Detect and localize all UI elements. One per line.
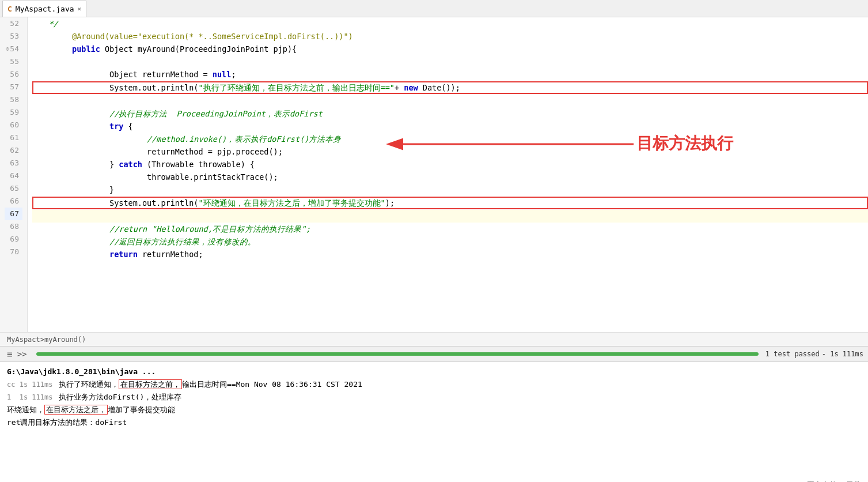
line-number-60: 60 (5, 119, 22, 131)
code-line-65: } (32, 183, 868, 196)
token-normal: throwable.printStackTrace(); (35, 171, 278, 183)
line-num-text-62: 62 (10, 144, 19, 157)
code-line-56: Object returnMethod = null; (32, 68, 868, 81)
token-string: "环绕通知，在目标方法之后，增加了事务提交功能" (198, 197, 385, 209)
code-line-53: @Around(value="execution(* *..SomeServic… (32, 30, 868, 43)
line-num-text-54: 54 (10, 43, 19, 55)
line-numbers: 5253⊙5455565758596061626364656667686970 (0, 17, 28, 332)
console-line-3: 环绕通知，在目标方法之后，增加了事务提交功能 (7, 404, 861, 416)
code-line-57: System.out.println("执行了环绕通知，在目标方法之前，输出日志… (32, 81, 868, 94)
line-num-text-63: 63 (10, 157, 19, 170)
code-text[interactable]: */ @Around(value="execution(* *..SomeSer… (28, 17, 868, 332)
breadcrumb-class: MyAspact (7, 336, 40, 344)
line-number-59: 59 (5, 106, 22, 119)
tab-myaspact[interactable]: C MyAspact.java × (2, 1, 86, 17)
token-normal (35, 43, 72, 55)
token-kw: catch (119, 158, 142, 171)
console-line-1: cc 1s 111ms执行了环绕通知，在目标方法之前，输出日志时间==Mon N… (7, 378, 861, 391)
console-label-2: 1 1s 111ms (7, 391, 59, 404)
code-content: 5253⊙5455565758596061626364656667686970 … (0, 17, 868, 332)
expand-icon[interactable]: >> (15, 348, 29, 360)
token-kw: try (109, 120, 123, 133)
watermark: CSDN @王六六的IT日常 (780, 479, 861, 482)
token-normal: System. (35, 81, 142, 94)
console-text-3: 环绕通知，在目标方法之后，增加了事务提交功能 (7, 404, 861, 416)
token-normal: } (35, 183, 114, 196)
code-line-68: //return "HelloAround,不是目标方法的执行结果"; (32, 223, 868, 235)
token-normal: Date()); (418, 81, 460, 94)
token-kw: null (213, 68, 232, 81)
token-normal: } (35, 158, 119, 171)
line-num-text-59: 59 (10, 106, 19, 119)
code-line-60: try { (32, 120, 868, 133)
console-text-4: ret调用目标方法的结果：doFirst (7, 416, 861, 429)
token-normal: + (395, 81, 404, 94)
console-line-4: ret调用目标方法的结果：doFirst (7, 416, 861, 429)
line-number-64: 64 (5, 170, 22, 182)
code-line-58 (32, 95, 868, 107)
code-line-55 (32, 55, 868, 68)
token-normal: .println( (156, 81, 198, 94)
line-num-text-61: 61 (10, 131, 19, 144)
token-kw: return (109, 248, 138, 261)
breadcrumb: MyAspact > myAround() (0, 332, 868, 346)
token-normal: { (123, 120, 132, 133)
line-num-text-64: 64 (10, 170, 19, 182)
token-comment: */ (35, 17, 58, 30)
line-num-text-70: 70 (10, 246, 19, 258)
console-text-0: G:\Java\jdk1.8.0_281\bin\java ... (7, 366, 861, 378)
code-line-61: //method.invoke()，表示执行doFirst()方法本身 (32, 133, 868, 145)
console-line-0: G:\Java\jdk1.8.0_281\bin\java ... (7, 366, 861, 378)
line-num-text-68: 68 (10, 220, 19, 233)
token-string: "执行了环绕通知，在目标方法之前，输出日志时间==" (198, 81, 395, 94)
editor-area: 5253⊙5455565758596061626364656667686970 … (0, 17, 868, 346)
breadcrumb-method: myAround() (44, 336, 86, 344)
token-normal: System.out.println( (35, 197, 198, 209)
gutter-icon-54: ⊙ (6, 43, 9, 55)
token-kw: new (404, 81, 418, 94)
test-result: 1 test passed (765, 350, 820, 358)
token-comment: //执行目标方法 ProceedingJoinPoint，表示doFirst (35, 107, 323, 120)
test-timing: - 1s 111ms (822, 350, 863, 358)
token-normal (35, 248, 109, 261)
token-kw: public (72, 43, 100, 55)
tab-bar: C MyAspact.java × (0, 0, 868, 17)
line-number-67: 67 (5, 208, 22, 220)
token-comment: //method.invoke()，表示执行doFirst()方法本身 (35, 133, 341, 145)
code-line-69: //返回目标方法执行结果，没有修改的。 (32, 235, 868, 248)
line-num-text-65: 65 (10, 182, 19, 195)
code-line-64: throwable.printStackTrace(); (32, 171, 868, 183)
code-line-59: //执行目标方法 ProceedingJoinPoint，表示doFirst (32, 107, 868, 120)
breadcrumb-separator: > (40, 336, 44, 344)
line-num-text-60: 60 (10, 119, 19, 131)
tab-close-icon[interactable]: × (78, 5, 82, 13)
line-number-69: 69 (5, 233, 22, 246)
token-normal: Object returnMethod = (35, 68, 213, 81)
code-line-52: */ (32, 17, 868, 30)
line-number-55: 55 (5, 55, 22, 68)
token-normal: returnMethod = pjp.proceed(); (35, 145, 283, 158)
tab-icon: C (7, 5, 12, 13)
token-normal (35, 120, 109, 133)
run-icon[interactable]: ≡ (5, 348, 15, 361)
line-num-text-52: 52 (10, 17, 19, 30)
line-number-66: 66 (5, 195, 22, 208)
line-number-61: 61 (5, 131, 22, 144)
token-normal: ; (231, 68, 236, 81)
line-num-text-69: 69 (10, 233, 19, 246)
console-line-2: 1 1s 111ms执行业务方法doFirst()，处理库存 (7, 391, 861, 404)
code-line-63: } catch (Throwable throwable) { (32, 158, 868, 171)
line-number-58: 58 (5, 93, 22, 106)
line-number-57: 57 (5, 81, 22, 93)
line-number-63: 63 (5, 157, 22, 170)
line-num-text-58: 58 (10, 93, 19, 106)
token-comment: //return "HelloAround,不是目标方法的执行结果"; (35, 223, 310, 235)
line-number-65: 65 (5, 182, 22, 195)
code-line-62: returnMethod = pjp.proceed(); (32, 145, 868, 158)
line-number-62: 62 (5, 144, 22, 157)
progress-bar (36, 352, 759, 356)
line-number-53: 53 (5, 30, 22, 43)
line-num-text-67: 67 (10, 208, 19, 220)
line-number-52: 52 (5, 17, 22, 30)
token-normal: returnMethod; (138, 248, 203, 261)
